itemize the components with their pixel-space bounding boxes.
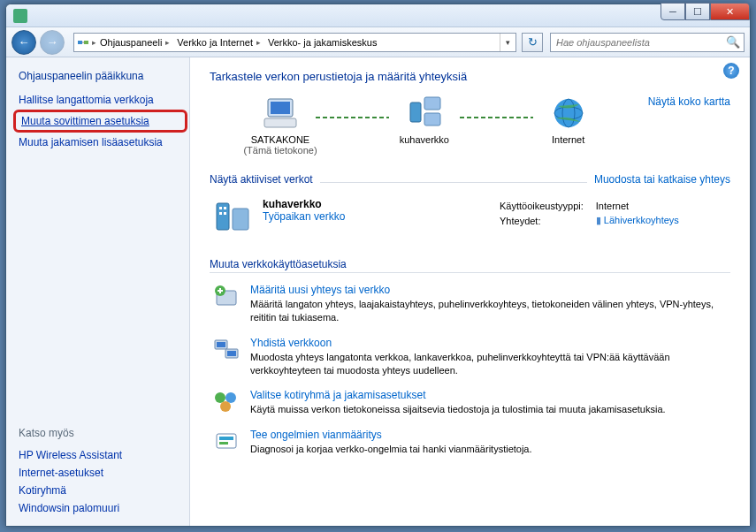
svg-rect-12	[217, 203, 229, 230]
window: ─ ☐ ✕ ← → ▸ Ohjauspaneeli▸ Verkko ja Int…	[5, 4, 751, 527]
svg-rect-27	[217, 434, 236, 448]
troubleshoot-icon	[213, 429, 240, 453]
window-controls: ─ ☐ ✕	[661, 3, 750, 20]
sidebar-home-link[interactable]: Ohjauspaneelin pääikkuna	[19, 70, 182, 82]
breadcrumb-segment[interactable]: Verkko ja Internet▸	[173, 34, 264, 51]
map-node-this-computer[interactable]: SATKAKONE (Tämä tietokone)	[227, 95, 333, 156]
chevron-right-icon: ▸	[256, 38, 261, 47]
titlebar[interactable]: ─ ☐ ✕	[6, 4, 750, 27]
map-node-label: kuhaverkko	[400, 134, 449, 145]
computer-icon	[261, 95, 300, 131]
close-button[interactable]: ✕	[710, 3, 750, 20]
task-desc: Määritä langaton yhteys, laajakaistayhte…	[250, 298, 727, 324]
see-also-hp-wireless[interactable]: HP Wireless Assistant	[19, 446, 182, 464]
address-bar[interactable]: ▸ Ohjauspaneeli▸ Verkko ja Internet▸ Ver…	[73, 33, 516, 52]
sidebar-link-wireless[interactable]: Hallitse langattomia verkkoja	[19, 91, 182, 109]
ethernet-icon: ▮	[596, 215, 601, 225]
help-icon[interactable]: ?	[723, 63, 739, 79]
svg-rect-13	[233, 209, 248, 230]
task-title[interactable]: Valitse kotiryhmä ja jakamisasetukset	[250, 389, 727, 401]
section-label: Näytä aktiiviset verkot	[210, 173, 313, 186]
network-name: kuhaverkko	[263, 198, 493, 210]
svg-rect-14	[219, 207, 222, 209]
map-node-internet[interactable]: Internet	[515, 95, 622, 156]
map-node-network[interactable]: kuhaverkko	[371, 95, 477, 156]
connection-link[interactable]: Lähiverkkoyhteys	[604, 215, 679, 225]
homegroup-icon	[213, 389, 240, 414]
map-node-label: Internet	[552, 134, 584, 145]
network-type-link[interactable]: Työpaikan verkko	[263, 210, 493, 223]
sidebar-link-adapter-settings[interactable]: Muuta sovittimen asetuksia	[21, 112, 179, 130]
breadcrumb-label: Ohjauspaneeli	[100, 37, 162, 48]
task-connect-network: Yhdistä verkkoon Muodosta yhteys langato…	[210, 328, 730, 381]
new-connection-icon	[213, 284, 240, 308]
svg-point-26	[220, 401, 231, 412]
connect-network-icon	[213, 337, 240, 361]
sidebar-link-sharing[interactable]: Muuta jakamisen lisäasetuksia	[19, 133, 182, 151]
access-type-value: Internet	[591, 200, 684, 212]
sidebar: Ohjauspaneelin pääikkuna Hallitse langat…	[6, 57, 190, 526]
svg-rect-15	[224, 207, 226, 209]
search-input[interactable]	[551, 37, 722, 48]
svg-rect-22	[217, 342, 225, 347]
breadcrumb-label: Verkko ja Internet	[177, 37, 253, 48]
see-also-firewall[interactable]: Windowsin palomuuri	[19, 499, 182, 517]
task-homegroup: Valitse kotiryhmä ja jakamisasetukset Kä…	[210, 380, 730, 420]
app-icon	[13, 9, 27, 23]
svg-point-25	[225, 392, 236, 403]
task-title[interactable]: Yhdistä verkkoon	[250, 337, 727, 349]
search-box[interactable]: 🔍	[550, 33, 745, 52]
task-desc: Muodosta yhteys langatonta verkkoa, lank…	[250, 351, 727, 377]
network-devices-icon	[405, 95, 444, 131]
refresh-button[interactable]: ↻	[522, 33, 543, 52]
main-content: ? Tarkastele verkon perustietoja ja määr…	[190, 57, 750, 526]
network-settings-heading: Muuta verkkokäyttöasetuksia	[210, 258, 730, 273]
svg-rect-29	[219, 442, 228, 445]
network-map: Näytä koko kartta SATKAKONE (Tämä tietok…	[210, 95, 730, 156]
svg-rect-7	[424, 97, 440, 110]
client-area: Ohjauspaneelin pääikkuna Hallitse langat…	[6, 57, 750, 526]
search-icon[interactable]: 🔍	[722, 34, 744, 51]
show-full-map-link[interactable]: Näytä koko kartta	[648, 95, 730, 108]
internet-globe-icon	[549, 95, 588, 131]
svg-rect-5	[264, 118, 296, 127]
task-troubleshoot: Tee ongelmien vianmääritys Diagnosoi ja …	[210, 420, 730, 460]
access-type-label: Käyttöoikeustyyppi:	[494, 200, 589, 212]
task-new-connection: Määritä uusi yhteys tai verkko Määritä l…	[210, 275, 730, 328]
chevron-right-icon: ▸	[165, 38, 170, 47]
breadcrumb-label: Verkko- ja jakamiskeskus	[268, 37, 378, 48]
see-also-section: Katso myös HP Wireless Assistant Interne…	[19, 427, 182, 517]
work-network-icon	[213, 198, 252, 237]
task-title[interactable]: Tee ongelmien vianmääritys	[250, 429, 727, 441]
svg-rect-0	[78, 41, 82, 44]
map-node-label: SATKAKONE	[251, 134, 309, 145]
see-also-internet-options[interactable]: Internet-asetukset	[19, 464, 182, 482]
breadcrumb-segment[interactable]: Verkko- ja jakamiskeskus	[264, 34, 381, 51]
svg-rect-6	[410, 103, 421, 122]
page-title: Tarkastele verkon perustietoja ja määrit…	[210, 70, 730, 83]
task-title[interactable]: Määritä uusi yhteys tai verkko	[250, 284, 727, 296]
breadcrumb-segment[interactable]: Ohjauspaneeli▸	[96, 34, 173, 51]
address-dropdown[interactable]: ▾	[500, 34, 515, 51]
svg-rect-1	[84, 41, 88, 44]
maximize-button[interactable]: ☐	[685, 3, 710, 20]
connections-label: Yhteydet:	[494, 214, 589, 227]
nav-forward-button[interactable]: →	[40, 30, 65, 55]
network-center-icon	[74, 34, 92, 50]
svg-rect-4	[271, 102, 290, 114]
svg-rect-17	[224, 212, 226, 215]
nav-back-button[interactable]: ←	[11, 30, 36, 55]
svg-rect-8	[424, 113, 440, 125]
see-also-homegroup[interactable]: Kotiryhmä	[19, 482, 182, 499]
connect-disconnect-link[interactable]: Muodosta tai katkaise yhteys	[594, 173, 730, 186]
nav-toolbar: ← → ▸ Ohjauspaneeli▸ Verkko ja Internet▸…	[6, 27, 750, 57]
svg-rect-23	[227, 351, 236, 356]
svg-point-9	[554, 99, 583, 127]
svg-rect-16	[219, 212, 222, 215]
minimize-button[interactable]: ─	[661, 3, 685, 20]
task-desc: Diagnosoi ja korjaa verkko-ongelmia tai …	[250, 443, 727, 456]
active-network-item: kuhaverkko Työpaikan verkko Käyttöoikeus…	[210, 193, 730, 242]
see-also-heading: Katso myös	[19, 427, 182, 439]
task-desc: Käytä muissa verkon tietokoneissa sijait…	[250, 403, 727, 416]
highlight-box: Muuta sovittimen asetuksia	[13, 110, 187, 133]
